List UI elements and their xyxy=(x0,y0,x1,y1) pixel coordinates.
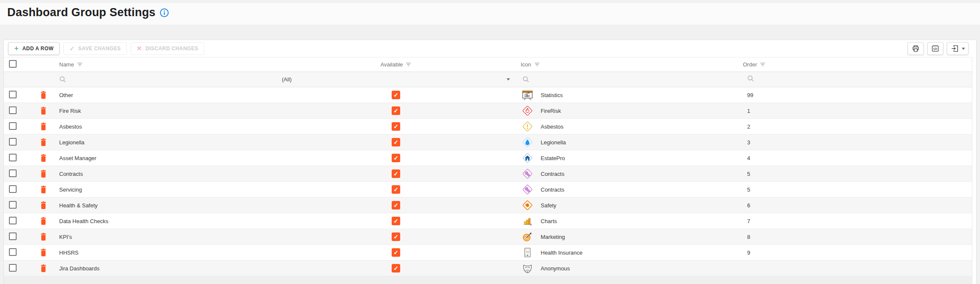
print-button[interactable] xyxy=(908,42,924,55)
name-cell[interactable]: Data Health Checks xyxy=(59,218,275,224)
order-cell[interactable]: 99 xyxy=(743,92,976,98)
row-select-checkbox[interactable] xyxy=(9,154,17,161)
available-checkbox[interactable]: ✓ xyxy=(392,106,400,115)
name-cell[interactable]: KPI's xyxy=(59,234,275,240)
order-cell[interactable]: 2 xyxy=(743,123,976,130)
available-filter-select[interactable]: (All) xyxy=(275,76,517,83)
order-cell[interactable]: 7 xyxy=(743,218,976,224)
order-cell[interactable]: 8 xyxy=(743,234,976,240)
available-cell[interactable]: ✓ xyxy=(275,138,517,146)
available-checkbox[interactable]: ✓ xyxy=(392,232,400,241)
discard-changes-button[interactable]: ✕ DISCARD CHANGES xyxy=(131,42,204,55)
icon-cell[interactable]: EstatePro xyxy=(517,151,743,165)
select-all-checkbox[interactable] xyxy=(9,60,17,68)
icon-cell[interactable]: Contracts xyxy=(517,167,743,181)
name-cell[interactable]: Fire Risk xyxy=(59,108,275,114)
header-filter-icon[interactable] xyxy=(760,62,765,67)
available-checkbox[interactable]: ✓ xyxy=(392,154,400,162)
delete-row-icon[interactable] xyxy=(40,169,47,178)
available-cell[interactable]: ✓ xyxy=(275,217,517,225)
icon-cell[interactable]: Charts xyxy=(517,214,743,228)
available-checkbox[interactable]: ✓ xyxy=(392,217,400,225)
header-filter-icon[interactable] xyxy=(534,62,540,67)
icon-filter-input[interactable] xyxy=(517,76,743,83)
save-changes-button[interactable]: ✓ SAVE CHANGES xyxy=(63,42,127,55)
available-cell[interactable]: ✓ xyxy=(275,201,517,209)
icon-cell[interactable]: Health Insurance xyxy=(517,246,743,259)
name-cell[interactable]: Contracts xyxy=(59,171,275,177)
row-select-checkbox[interactable] xyxy=(9,248,17,256)
available-cell[interactable]: ✓ xyxy=(275,154,517,162)
icon-cell[interactable]: Legionella xyxy=(517,135,743,149)
order-cell[interactable]: 6 xyxy=(743,202,976,209)
row-select-checkbox[interactable] xyxy=(9,185,17,193)
column-header-available[interactable]: Available xyxy=(381,61,412,68)
available-checkbox[interactable]: ✓ xyxy=(392,138,400,146)
column-header-icon[interactable]: Icon xyxy=(521,61,540,68)
available-checkbox[interactable]: ✓ xyxy=(392,122,400,131)
row-select-checkbox[interactable] xyxy=(9,201,17,209)
delete-row-icon[interactable] xyxy=(40,106,47,115)
header-filter-icon[interactable] xyxy=(77,62,83,67)
available-cell[interactable]: ✓ xyxy=(275,91,517,99)
info-icon[interactable] xyxy=(160,8,169,17)
row-select-checkbox[interactable] xyxy=(9,217,17,224)
order-cell[interactable]: 1 xyxy=(743,108,976,114)
row-select-checkbox[interactable] xyxy=(9,264,17,272)
name-cell[interactable]: Health & Safety xyxy=(59,202,275,209)
available-cell[interactable]: ✓ xyxy=(275,106,517,115)
icon-cell[interactable]: Marketing xyxy=(517,230,743,244)
row-select-checkbox[interactable] xyxy=(9,232,17,240)
delete-row-icon[interactable] xyxy=(40,248,47,257)
icon-cell[interactable]: Anonymous xyxy=(517,261,743,275)
order-cell[interactable]: 4 xyxy=(743,155,976,161)
available-cell[interactable]: ✓ xyxy=(275,169,517,178)
delete-row-icon[interactable] xyxy=(40,217,47,225)
available-cell[interactable]: ✓ xyxy=(275,248,517,257)
delete-row-icon[interactable] xyxy=(40,201,47,209)
icon-cell[interactable]: Safety xyxy=(517,198,743,212)
row-select-checkbox[interactable] xyxy=(9,106,17,114)
available-cell[interactable]: ✓ xyxy=(275,122,517,131)
available-checkbox[interactable]: ✓ xyxy=(392,91,400,99)
available-checkbox[interactable]: ✓ xyxy=(392,248,400,257)
order-cell[interactable]: 5 xyxy=(743,171,976,177)
delete-row-icon[interactable] xyxy=(40,138,47,146)
icon-cell[interactable]: Statistics xyxy=(517,88,743,102)
row-select-checkbox[interactable] xyxy=(9,138,17,146)
column-header-order[interactable]: Order xyxy=(743,61,976,68)
icon-cell[interactable]: Asbestos xyxy=(517,120,743,133)
row-select-checkbox[interactable] xyxy=(9,169,17,177)
name-filter-input[interactable] xyxy=(59,76,275,83)
name-cell[interactable]: Other xyxy=(59,92,275,98)
name-cell[interactable]: Asset Manager xyxy=(59,155,275,161)
name-cell[interactable]: Asbestos xyxy=(59,123,275,130)
available-cell[interactable]: ✓ xyxy=(275,264,517,273)
name-cell[interactable]: Servicing xyxy=(59,186,275,193)
column-header-name[interactable]: Name xyxy=(59,61,275,68)
delete-row-icon[interactable] xyxy=(40,91,47,99)
icon-cell[interactable]: Contracts xyxy=(517,183,743,196)
available-cell[interactable]: ✓ xyxy=(275,232,517,241)
available-checkbox[interactable]: ✓ xyxy=(392,264,400,273)
name-cell[interactable]: Jira Dashboards xyxy=(59,265,275,272)
name-cell[interactable]: HHSRS xyxy=(59,250,275,256)
delete-row-icon[interactable] xyxy=(40,154,47,162)
code-export-button[interactable] xyxy=(927,42,943,55)
row-select-checkbox[interactable] xyxy=(9,122,17,130)
available-checkbox[interactable]: ✓ xyxy=(392,185,400,194)
vertical-scrollbar-track[interactable] xyxy=(972,57,976,284)
delete-row-icon[interactable] xyxy=(40,264,47,273)
icon-cell[interactable]: FireRisk xyxy=(517,104,743,118)
name-cell[interactable]: Legionella xyxy=(59,139,275,146)
delete-row-icon[interactable] xyxy=(40,185,47,194)
header-filter-icon[interactable] xyxy=(406,62,411,67)
order-cell[interactable]: 5 xyxy=(743,186,976,193)
delete-row-icon[interactable] xyxy=(40,232,47,241)
delete-row-icon[interactable] xyxy=(40,122,47,131)
row-select-checkbox[interactable] xyxy=(9,91,17,98)
order-cell[interactable]: 3 xyxy=(743,139,976,146)
order-cell[interactable]: 9 xyxy=(743,250,976,256)
add-a-row-button[interactable]: + ADD A ROW xyxy=(8,42,60,55)
available-checkbox[interactable]: ✓ xyxy=(392,201,400,209)
